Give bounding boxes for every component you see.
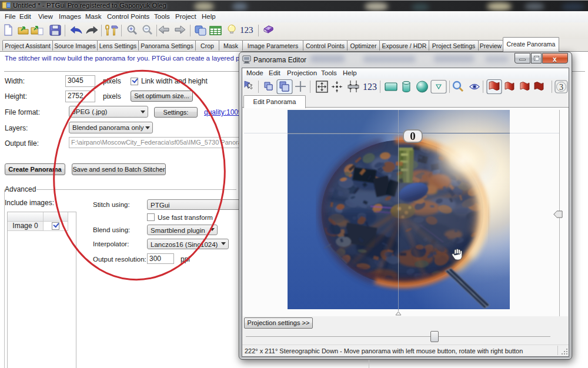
svg-text:3: 3 [559, 83, 563, 92]
svg-text:123: 123 [363, 82, 377, 92]
svg-text:0: 0 [410, 130, 416, 142]
svg-text:123: 123 [240, 25, 253, 35]
